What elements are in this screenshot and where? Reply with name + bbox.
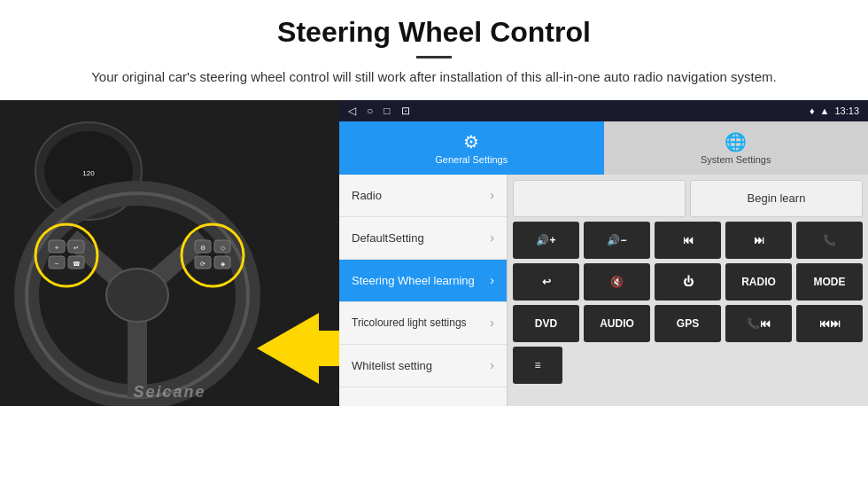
settings-area: Radio › DefaultSetting › Steering Wheel … [339,175,868,406]
menu-default-label: DefaultSetting [352,231,424,245]
empty-slot [513,180,686,217]
recents-icon[interactable]: □ [384,105,390,117]
android-panel: ◁ ○ □ ⊡ ♦ ▲ 13:13 ⚙ General Settings 🌐 S… [339,100,868,406]
menu-item-whitelist[interactable]: Whitelist setting › [339,345,507,387]
menu-list: Radio › DefaultSetting › Steering Wheel … [339,175,508,406]
menu-item-steering[interactable]: Steering Wheel learning › [339,260,507,302]
svg-point-9 [106,269,168,322]
chevron-right-icon: › [490,273,494,287]
svg-text:☎: ☎ [73,261,81,267]
controls-row-3: ↩ 🔇 ⏻ RADIO MODE [513,263,863,301]
controls-row-5: ≡ [513,347,863,384]
signal-icon: ▲ [820,105,830,116]
title-divider [416,56,452,59]
back-icon[interactable]: ◁ [348,105,356,117]
svg-text:⟳: ⟳ [200,261,205,267]
menu-item-radio[interactable]: Radio › [339,175,507,217]
svg-text:120: 120 [82,169,95,177]
controls-row-4: DVD AUDIO GPS 📞⏮ ⏮⏭ [513,305,863,342]
prev-next-button[interactable]: ⏮⏭ [796,305,863,342]
chevron-right-icon: › [490,230,494,245]
status-bar: ◁ ○ □ ⊡ ♦ ▲ 13:13 [339,100,868,121]
svg-text:↵: ↵ [74,245,79,251]
chevron-right-icon: › [490,188,494,202]
menu-steering-label: Steering Wheel learning [352,274,475,287]
menu-item-tricoloured[interactable]: Tricoloured light settings › [339,302,507,345]
next-track-button[interactable]: ⏭ [725,222,792,259]
radio-button[interactable]: RADIO [725,263,792,301]
clock: 13:13 [834,105,859,116]
controls-row-1: Begin learn [513,180,863,217]
tab-general[interactable]: ⚙ General Settings [339,121,604,175]
steering-wheel-panel: 120 + − ↵ ☎ [0,100,339,406]
page-header: Steering Wheel Control Your original car… [0,0,868,97]
audio-button[interactable]: AUDIO [584,305,650,342]
status-nav-icons: ◁ ○ □ ⊡ [348,105,410,117]
seicane-watermark: Seicane [133,383,205,402]
mode-button[interactable]: MODE [796,263,863,301]
system-icon: 🌐 [725,131,747,152]
call-button[interactable]: 📞 [796,222,863,259]
prev-track-button[interactable]: ⏮ [655,222,721,259]
page-subtitle: Your original car's steering wheel contr… [53,67,815,88]
screenshot-icon[interactable]: ⊡ [401,105,410,117]
main-content: 120 + − ↵ ☎ [0,100,868,406]
tab-system[interactable]: 🌐 System Settings [604,121,869,175]
gps-icon: ♦ [810,105,815,116]
chevron-right-icon: › [490,358,494,372]
begin-learn-button[interactable]: Begin learn [690,180,863,217]
svg-text:−: − [55,260,59,268]
svg-text:+: + [55,244,59,252]
status-right-icons: ♦ ▲ 13:13 [810,105,859,116]
menu-tricoloured-label: Tricoloured light settings [352,316,467,329]
gear-icon: ⚙ [463,131,479,152]
call-end-button[interactable]: ↩ [513,263,579,301]
list-button[interactable]: ≡ [513,347,562,384]
menu-whitelist-label: Whitelist setting [352,359,432,372]
tab-bar: ⚙ General Settings 🌐 System Settings [339,121,868,175]
page-title: Steering Wheel Control [53,16,815,49]
controls-area: Begin learn 🔊+ 🔊− ⏮ ⏭ 📞 ↩ 🔇 ⏻ RADIO MODE [508,175,868,406]
mute-button[interactable]: 🔇 [584,263,650,301]
chevron-right-icon: › [490,316,494,330]
gps-button[interactable]: GPS [655,305,721,342]
menu-item-default[interactable]: DefaultSetting › [339,217,507,260]
vol-up-button[interactable]: 🔊+ [513,222,579,259]
svg-text:⚙: ⚙ [200,245,205,251]
home-icon[interactable]: ○ [367,105,373,117]
tab-general-label: General Settings [435,154,508,165]
controls-row-2: 🔊+ 🔊− ⏮ ⏭ 📞 [513,222,863,259]
menu-radio-label: Radio [352,189,382,202]
call-prev-button[interactable]: 📞⏮ [725,305,792,342]
tab-system-label: System Settings [701,154,771,165]
vol-down-button[interactable]: 🔊− [584,222,650,259]
power-button[interactable]: ⏻ [655,263,721,301]
dvd-button[interactable]: DVD [513,305,579,342]
